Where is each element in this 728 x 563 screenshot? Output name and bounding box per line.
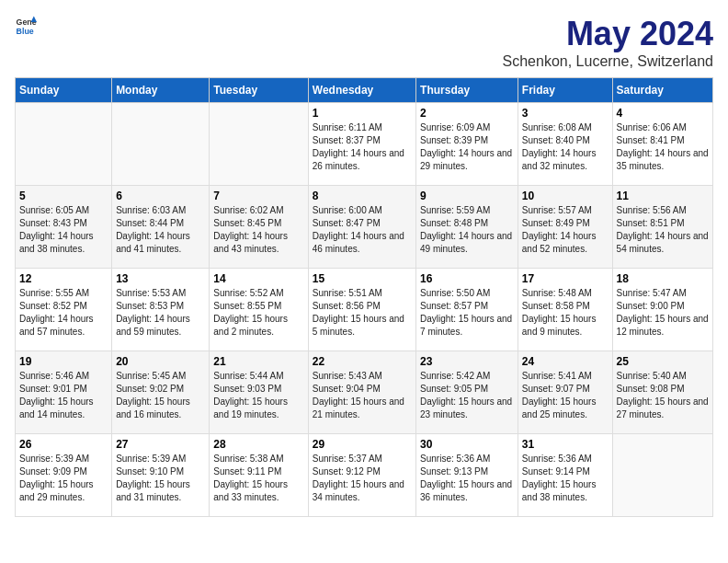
day-info: Sunrise: 6:11 AM Sunset: 8:37 PM Dayligh… bbox=[313, 121, 412, 173]
header-row: SundayMondayTuesdayWednesdayThursdayFrid… bbox=[16, 78, 713, 103]
day-number: 13 bbox=[116, 272, 205, 285]
day-info: Sunrise: 5:46 AM Sunset: 9:01 PM Dayligh… bbox=[19, 370, 108, 421]
day-info: Sunrise: 6:05 AM Sunset: 8:43 PM Dayligh… bbox=[19, 204, 108, 256]
calendar-week-row: 19Sunrise: 5:46 AM Sunset: 9:01 PM Dayli… bbox=[16, 351, 713, 434]
day-number: 23 bbox=[420, 355, 514, 368]
calendar-cell: 13Sunrise: 5:53 AM Sunset: 8:53 PM Dayli… bbox=[112, 269, 210, 351]
day-info: Sunrise: 5:47 AM Sunset: 9:00 PM Dayligh… bbox=[617, 287, 709, 339]
day-number: 17 bbox=[522, 272, 609, 285]
calendar-cell: 25Sunrise: 5:40 AM Sunset: 9:08 PM Dayli… bbox=[612, 351, 712, 434]
day-number: 18 bbox=[617, 272, 709, 285]
day-info: Sunrise: 5:41 AM Sunset: 9:07 PM Dayligh… bbox=[522, 370, 609, 421]
calendar-cell: 12Sunrise: 5:55 AM Sunset: 8:52 PM Dayli… bbox=[16, 269, 112, 351]
calendar-cell: 23Sunrise: 5:42 AM Sunset: 9:05 PM Dayli… bbox=[416, 351, 518, 434]
day-number: 19 bbox=[19, 355, 108, 368]
calendar-cell bbox=[612, 434, 712, 517]
day-number: 15 bbox=[313, 272, 412, 285]
calendar-cell: 26Sunrise: 5:39 AM Sunset: 9:09 PM Dayli… bbox=[16, 434, 112, 517]
calendar-cell: 10Sunrise: 5:57 AM Sunset: 8:49 PM Dayli… bbox=[518, 186, 612, 269]
day-number: 3 bbox=[522, 107, 609, 120]
day-number: 20 bbox=[116, 355, 205, 368]
day-info: Sunrise: 5:39 AM Sunset: 9:10 PM Dayligh… bbox=[116, 453, 205, 504]
day-info: Sunrise: 5:55 AM Sunset: 8:52 PM Dayligh… bbox=[19, 287, 108, 339]
calendar-cell: 1Sunrise: 6:11 AM Sunset: 8:37 PM Daylig… bbox=[308, 103, 415, 186]
calendar-cell: 27Sunrise: 5:39 AM Sunset: 9:10 PM Dayli… bbox=[112, 434, 210, 517]
day-info: Sunrise: 6:08 AM Sunset: 8:40 PM Dayligh… bbox=[522, 121, 609, 173]
day-info: Sunrise: 5:43 AM Sunset: 9:04 PM Dayligh… bbox=[313, 370, 412, 421]
day-info: Sunrise: 5:59 AM Sunset: 8:48 PM Dayligh… bbox=[420, 204, 514, 256]
calendar-week-row: 12Sunrise: 5:55 AM Sunset: 8:52 PM Dayli… bbox=[16, 269, 713, 351]
calendar-cell: 5Sunrise: 6:05 AM Sunset: 8:43 PM Daylig… bbox=[16, 186, 112, 269]
day-info: Sunrise: 5:37 AM Sunset: 9:12 PM Dayligh… bbox=[313, 453, 412, 504]
day-number: 14 bbox=[213, 272, 303, 285]
calendar-cell: 16Sunrise: 5:50 AM Sunset: 8:57 PM Dayli… bbox=[416, 269, 518, 351]
header-cell-saturday: Saturday bbox=[612, 78, 712, 103]
day-info: Sunrise: 5:45 AM Sunset: 9:02 PM Dayligh… bbox=[116, 370, 205, 421]
calendar-cell: 31Sunrise: 5:36 AM Sunset: 9:14 PM Dayli… bbox=[518, 434, 612, 517]
day-number: 28 bbox=[213, 438, 303, 451]
day-info: Sunrise: 6:09 AM Sunset: 8:39 PM Dayligh… bbox=[420, 121, 514, 173]
day-info: Sunrise: 5:40 AM Sunset: 9:08 PM Dayligh… bbox=[617, 370, 709, 421]
day-info: Sunrise: 5:51 AM Sunset: 8:56 PM Dayligh… bbox=[313, 287, 412, 339]
day-number: 27 bbox=[116, 438, 205, 451]
calendar-week-row: 1Sunrise: 6:11 AM Sunset: 8:37 PM Daylig… bbox=[16, 103, 713, 186]
day-number: 21 bbox=[213, 355, 303, 368]
calendar-cell: 28Sunrise: 5:38 AM Sunset: 9:11 PM Dayli… bbox=[210, 434, 308, 517]
title-block: May 2024 Schenkon, Lucerne, Switzerland bbox=[503, 15, 713, 70]
calendar-cell: 29Sunrise: 5:37 AM Sunset: 9:12 PM Dayli… bbox=[308, 434, 415, 517]
day-number: 16 bbox=[420, 272, 514, 285]
day-number: 11 bbox=[617, 190, 709, 202]
day-number: 5 bbox=[19, 190, 108, 202]
day-number: 9 bbox=[420, 190, 514, 202]
day-info: Sunrise: 5:57 AM Sunset: 8:49 PM Dayligh… bbox=[522, 204, 609, 256]
calendar-cell bbox=[210, 103, 308, 186]
calendar-week-row: 26Sunrise: 5:39 AM Sunset: 9:09 PM Dayli… bbox=[16, 434, 713, 517]
day-number: 30 bbox=[420, 438, 514, 451]
day-number: 29 bbox=[313, 438, 412, 451]
header-cell-friday: Friday bbox=[518, 78, 612, 103]
svg-text:Blue: Blue bbox=[17, 27, 34, 36]
calendar-cell: 9Sunrise: 5:59 AM Sunset: 8:48 PM Daylig… bbox=[416, 186, 518, 269]
subtitle: Schenkon, Lucerne, Switzerland bbox=[503, 53, 713, 70]
calendar-cell: 19Sunrise: 5:46 AM Sunset: 9:01 PM Dayli… bbox=[16, 351, 112, 434]
day-info: Sunrise: 5:42 AM Sunset: 9:05 PM Dayligh… bbox=[420, 370, 514, 421]
header-cell-sunday: Sunday bbox=[16, 78, 112, 103]
calendar-cell: 3Sunrise: 6:08 AM Sunset: 8:40 PM Daylig… bbox=[518, 103, 612, 186]
day-info: Sunrise: 5:52 AM Sunset: 8:55 PM Dayligh… bbox=[213, 287, 303, 339]
day-number: 6 bbox=[116, 190, 205, 202]
day-number: 7 bbox=[213, 190, 303, 202]
day-info: Sunrise: 5:38 AM Sunset: 9:11 PM Dayligh… bbox=[213, 453, 303, 504]
calendar-cell: 7Sunrise: 6:02 AM Sunset: 8:45 PM Daylig… bbox=[210, 186, 308, 269]
day-info: Sunrise: 5:48 AM Sunset: 8:58 PM Dayligh… bbox=[522, 287, 609, 339]
calendar-week-row: 5Sunrise: 6:05 AM Sunset: 8:43 PM Daylig… bbox=[16, 186, 713, 269]
day-number: 12 bbox=[19, 272, 108, 285]
calendar-cell: 22Sunrise: 5:43 AM Sunset: 9:04 PM Dayli… bbox=[308, 351, 415, 434]
day-info: Sunrise: 6:03 AM Sunset: 8:44 PM Dayligh… bbox=[116, 204, 205, 256]
day-number: 22 bbox=[313, 355, 412, 368]
day-number: 25 bbox=[617, 355, 709, 368]
calendar-cell: 4Sunrise: 6:06 AM Sunset: 8:41 PM Daylig… bbox=[612, 103, 712, 186]
calendar-cell: 15Sunrise: 5:51 AM Sunset: 8:56 PM Dayli… bbox=[308, 269, 415, 351]
calendar-cell: 18Sunrise: 5:47 AM Sunset: 9:00 PM Dayli… bbox=[612, 269, 712, 351]
day-number: 1 bbox=[313, 107, 412, 120]
calendar-cell: 8Sunrise: 6:00 AM Sunset: 8:47 PM Daylig… bbox=[308, 186, 415, 269]
day-info: Sunrise: 6:02 AM Sunset: 8:45 PM Dayligh… bbox=[213, 204, 303, 256]
day-number: 24 bbox=[522, 355, 609, 368]
day-info: Sunrise: 6:06 AM Sunset: 8:41 PM Dayligh… bbox=[617, 121, 709, 173]
header-cell-thursday: Thursday bbox=[416, 78, 518, 103]
calendar-cell: 21Sunrise: 5:44 AM Sunset: 9:03 PM Dayli… bbox=[210, 351, 308, 434]
day-number: 31 bbox=[522, 438, 609, 451]
calendar-cell: 24Sunrise: 5:41 AM Sunset: 9:07 PM Dayli… bbox=[518, 351, 612, 434]
day-number: 2 bbox=[420, 107, 514, 120]
calendar-cell: 20Sunrise: 5:45 AM Sunset: 9:02 PM Dayli… bbox=[112, 351, 210, 434]
day-info: Sunrise: 5:36 AM Sunset: 9:14 PM Dayligh… bbox=[522, 453, 609, 504]
day-number: 8 bbox=[313, 190, 412, 202]
logo: General Blue bbox=[15, 15, 37, 37]
day-info: Sunrise: 6:00 AM Sunset: 8:47 PM Dayligh… bbox=[313, 204, 412, 256]
calendar-cell: 2Sunrise: 6:09 AM Sunset: 8:39 PM Daylig… bbox=[416, 103, 518, 186]
calendar-cell: 14Sunrise: 5:52 AM Sunset: 8:55 PM Dayli… bbox=[210, 269, 308, 351]
day-info: Sunrise: 5:50 AM Sunset: 8:57 PM Dayligh… bbox=[420, 287, 514, 339]
calendar-cell bbox=[16, 103, 112, 186]
main-title: May 2024 bbox=[503, 15, 713, 53]
day-info: Sunrise: 5:39 AM Sunset: 9:09 PM Dayligh… bbox=[19, 453, 108, 504]
